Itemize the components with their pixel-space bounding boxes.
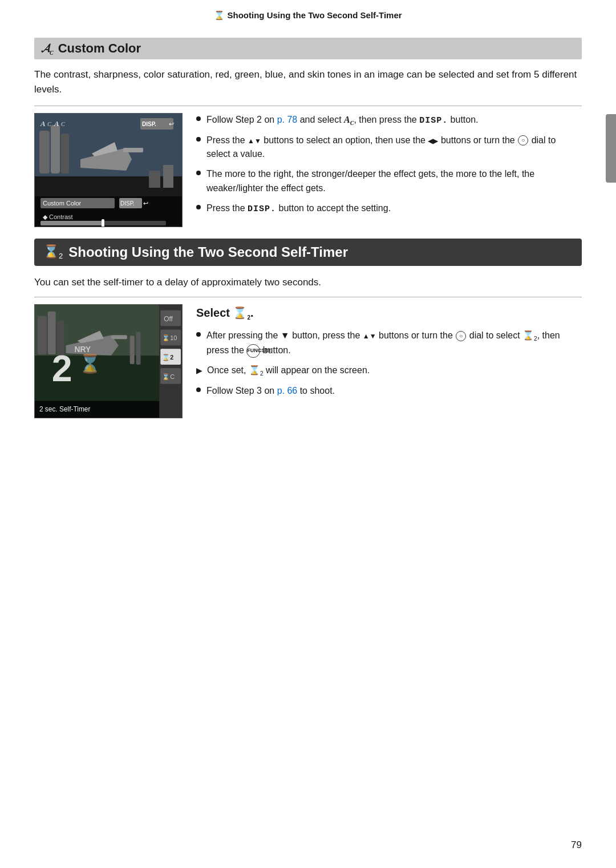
svg-text:⌛10: ⌛10 — [162, 334, 177, 342]
custom-color-bullet-4: Press the DISP. button to accept the set… — [196, 201, 582, 216]
svg-text:↩: ↩ — [143, 200, 148, 207]
svg-text:C: C — [61, 121, 65, 127]
svg-rect-4 — [51, 125, 60, 173]
disp-button-label-2: DISP. — [248, 204, 276, 214]
svg-text:⌛2: ⌛2 — [162, 353, 173, 361]
disp-button-label-1: DISP. — [419, 116, 448, 126]
bullet-dot-3 — [196, 171, 201, 175]
bullet-text-4: Press the DISP. button to accept the set… — [206, 201, 582, 216]
svg-rect-5 — [61, 134, 69, 173]
bullet-dot-st-3 — [196, 387, 201, 392]
custom-color-icon: 𝓐C — [41, 42, 54, 56]
svg-text:◆ Contrast: ◆ Contrast — [43, 213, 73, 220]
camera-screen-custom-color: A C A C DISP. ↩ Custom Color — [35, 114, 182, 227]
svg-rect-39 — [136, 332, 141, 365]
bullet-text-st-1: After pressing the ▼ button, press the ▲… — [206, 329, 582, 357]
custom-color-image-col: A C A C DISP. ↩ Custom Color — [34, 113, 183, 227]
svg-rect-26 — [40, 221, 103, 225]
self-timer-image-col: NRY 2 ⌛ 2 sec. Self-Timer — [34, 304, 183, 418]
self-timer-content: NRY 2 ⌛ 2 sec. Self-Timer — [34, 304, 582, 418]
svg-text:Custom Color: Custom Color — [43, 200, 82, 207]
bullet-text-3: The more to the right, the stronger/deep… — [206, 167, 582, 196]
link-p78[interactable]: p. 78 — [277, 115, 298, 124]
bullet-text-st-2: Once set, ⌛2 will appear on the screen. — [207, 364, 582, 378]
bullet-text-st-3: Follow Step 3 on p. 66 to shoot. — [206, 384, 582, 398]
svg-rect-37 — [111, 335, 127, 339]
func-set-button: FUNCSET — [246, 344, 260, 358]
svg-text:2: 2 — [52, 348, 72, 389]
svg-text:DISP.: DISP. — [120, 200, 135, 207]
page-header: ⌛ Shooting Using the Two Second Self-Tim… — [0, 0, 616, 26]
divider-1 — [34, 106, 582, 106]
svg-text:C: C — [47, 121, 51, 127]
divider-2 — [34, 297, 582, 297]
self-timer-camera-image: NRY 2 ⌛ 2 sec. Self-Timer — [34, 304, 183, 418]
timer-icon: ⌛2 — [43, 244, 63, 260]
bullet-dot-4 — [196, 205, 201, 209]
page-container: ⌛ Shooting Using the Two Second Self-Tim… — [0, 0, 616, 868]
right-tab — [606, 114, 616, 183]
bullet-text-2: Press the ▲▼ buttons to select an option… — [206, 134, 582, 162]
svg-rect-32 — [38, 316, 47, 354]
content-area: 𝓐C Custom Color The contrast, sharpness,… — [0, 26, 616, 441]
page-number: 79 — [571, 839, 582, 851]
svg-rect-27 — [102, 219, 104, 227]
bullet-dot-1 — [196, 116, 201, 121]
self-timer-instructions: Select ⌛2. After pressing the ▼ button, … — [196, 304, 582, 403]
svg-text:Off: Off — [164, 314, 173, 322]
self-timer-title: Shooting Using the Two Second Self-Timer — [68, 244, 348, 260]
self-timer-title-bar: ⌛2 Shooting Using the Two Second Self-Ti… — [34, 239, 582, 266]
dial-icon-2: ○ — [456, 331, 466, 341]
link-p66[interactable]: p. 66 — [277, 386, 298, 395]
svg-text:↩: ↩ — [169, 120, 174, 127]
svg-text:⌛C: ⌛C — [162, 373, 175, 381]
self-timer-description: You can set the self-timer to a delay of… — [34, 275, 582, 290]
svg-text:2 sec. Self-Timer: 2 sec. Self-Timer — [39, 405, 90, 413]
header-text: Shooting Using the Two Second Self-Timer — [228, 10, 402, 20]
self-timer-section: ⌛2 Shooting Using the Two Second Self-Ti… — [34, 239, 582, 418]
bullet-text-1: Follow Step 2 on p. 78 and select AC, th… — [206, 113, 582, 128]
custom-color-bullet-3: The more to the right, the stronger/deep… — [196, 167, 582, 196]
svg-rect-8 — [123, 148, 143, 152]
custom-color-title-bar: 𝓐C Custom Color — [34, 38, 582, 59]
svg-text:DISP.: DISP. — [142, 121, 156, 127]
svg-rect-10 — [163, 165, 173, 188]
svg-rect-9 — [149, 171, 160, 188]
self-timer-bullet-2: ▶ Once set, ⌛2 will appear on the screen… — [196, 364, 582, 378]
custom-color-bullet-2: Press the ▲▼ buttons to select an option… — [196, 134, 582, 162]
svg-text:⌛: ⌛ — [79, 353, 102, 374]
svg-text:A: A — [54, 119, 59, 128]
svg-rect-38 — [130, 336, 135, 364]
bullet-dot-2 — [196, 137, 201, 142]
self-timer-bullet-3: Follow Step 3 on p. 66 to shoot. — [196, 384, 582, 398]
select-header: Select ⌛2. — [196, 304, 582, 322]
custom-color-title: Custom Color — [58, 41, 141, 56]
custom-color-description: The contrast, sharpness, color saturatio… — [34, 67, 582, 96]
custom-color-section: 𝓐C Custom Color The contrast, sharpness,… — [34, 38, 582, 227]
bullet-dot-st-1 — [196, 332, 201, 337]
custom-color-bullet-1: Follow Step 2 on p. 78 and select AC, th… — [196, 113, 582, 128]
svg-text:NRY: NRY — [74, 345, 91, 354]
custom-color-instructions: Follow Step 2 on p. 78 and select AC, th… — [196, 113, 582, 221]
header-icon: ⌛ — [214, 10, 225, 20]
custom-color-content: A C A C DISP. ↩ Custom Color — [34, 113, 582, 227]
dial-icon-1: ○ — [518, 135, 528, 146]
arrow-icon-1: ▶ — [196, 365, 202, 377]
svg-rect-3 — [39, 131, 50, 173]
self-timer-bullet-1: After pressing the ▼ button, press the ▲… — [196, 329, 582, 357]
svg-text:A: A — [40, 119, 46, 128]
custom-color-camera-image: A C A C DISP. ↩ Custom Color — [34, 113, 183, 227]
